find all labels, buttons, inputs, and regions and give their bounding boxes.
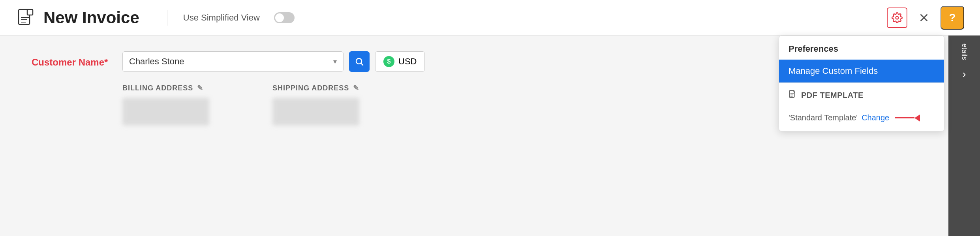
preferences-title: Preferences xyxy=(779,36,944,60)
simplified-view-toggle[interactable] xyxy=(274,12,295,23)
header-right: ? xyxy=(887,6,964,30)
preferences-dropdown: Preferences Manage Custom Fields PDF TEM… xyxy=(779,36,944,131)
help-button[interactable]: ? xyxy=(941,6,964,30)
simplified-view-label: Use Simplified View xyxy=(183,13,260,23)
customer-name-label: Customer Name* xyxy=(32,51,111,68)
page-title: New Invoice xyxy=(43,8,139,27)
svg-point-5 xyxy=(896,16,899,19)
currency-icon: $ xyxy=(383,56,394,67)
document-icon xyxy=(16,7,36,28)
billing-address-heading: BILLING ADDRESS ✎ xyxy=(122,84,233,92)
right-panel-details-label: etails xyxy=(960,43,969,60)
right-side-panel[interactable]: etails › xyxy=(948,36,980,236)
chevron-down-icon: ▾ xyxy=(333,57,337,66)
svg-line-9 xyxy=(361,64,363,65)
billing-address-content xyxy=(122,98,209,125)
currency-label: USD xyxy=(398,56,417,67)
change-template-link[interactable]: Change xyxy=(862,113,889,122)
shipping-edit-icon[interactable]: ✎ xyxy=(353,84,359,92)
right-panel-arrow-icon: › xyxy=(962,68,966,81)
pdf-template-label: PDF TEMPLATE xyxy=(801,91,864,100)
billing-address-label: BILLING ADDRESS xyxy=(122,84,193,92)
manage-custom-fields-item[interactable]: Manage Custom Fields xyxy=(779,60,944,82)
shipping-address-section: SHIPPING ADDRESS ✎ xyxy=(272,84,383,125)
customer-name-select[interactable]: Charles Stone ▾ xyxy=(122,51,344,72)
main-container: New Invoice Use Simplified View ? xyxy=(0,0,980,236)
standard-template-row: 'Standard Template' Change xyxy=(779,108,944,131)
shipping-address-label: SHIPPING ADDRESS xyxy=(272,84,349,92)
shipping-address-content xyxy=(272,98,359,125)
close-button[interactable] xyxy=(914,7,934,28)
standard-template-text: 'Standard Template' xyxy=(789,113,858,122)
header-divider xyxy=(167,10,167,26)
billing-address-section: BILLING ADDRESS ✎ xyxy=(122,84,233,125)
customer-name-value: Charles Stone xyxy=(129,56,184,67)
customer-select-wrapper: Charles Stone ▾ $ USD xyxy=(122,51,425,72)
header-left: New Invoice Use Simplified View xyxy=(16,7,295,28)
gear-button[interactable] xyxy=(887,7,907,28)
currency-button[interactable]: $ USD xyxy=(375,51,425,72)
header: New Invoice Use Simplified View ? xyxy=(0,0,980,36)
pdf-template-row: PDF TEMPLATE xyxy=(779,83,944,108)
search-button[interactable] xyxy=(349,51,370,72)
billing-edit-icon[interactable]: ✎ xyxy=(197,84,203,92)
manage-custom-fields-label: Manage Custom Fields xyxy=(789,66,878,76)
svg-rect-1 xyxy=(27,9,33,15)
shipping-address-heading: SHIPPING ADDRESS ✎ xyxy=(272,84,383,92)
pdf-icon xyxy=(789,90,796,101)
